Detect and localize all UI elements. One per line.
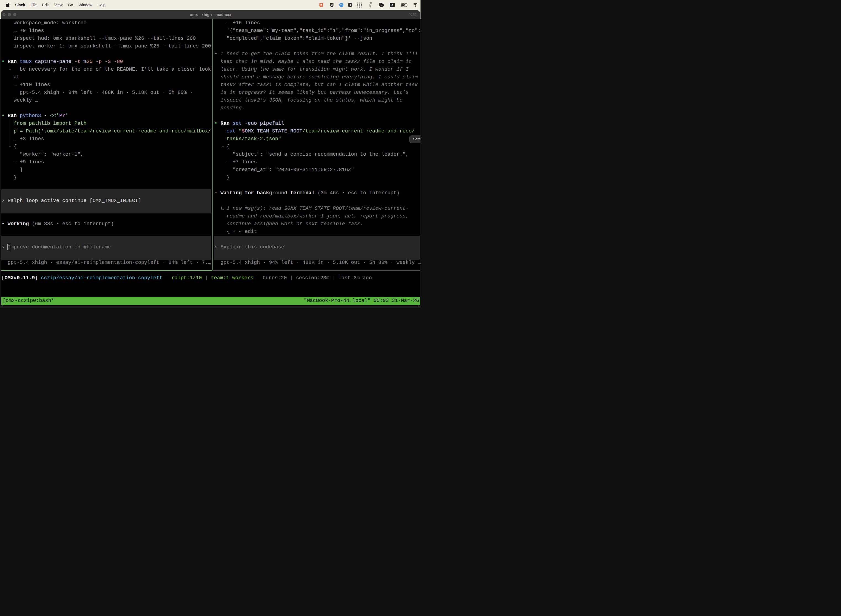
svg-text:..61: ..61 [380, 5, 383, 7]
svg-text:A: A [391, 4, 393, 7]
svg-text:1: 1 [416, 13, 418, 17]
